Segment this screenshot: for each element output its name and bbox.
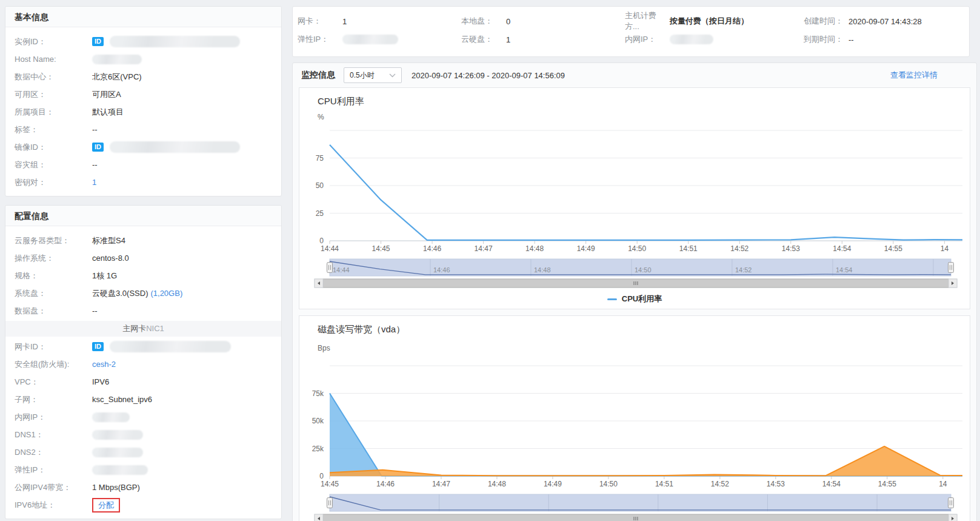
info-row: 安全组(防火墙):cesh-2	[15, 355, 272, 373]
info-value: IPV6	[92, 377, 109, 386]
navigator-label: 14:46	[433, 266, 450, 274]
x-tick-label: 14:52	[730, 244, 748, 253]
summary-link[interactable]: 1	[342, 17, 347, 26]
summary-cell: 创建时间：2020-09-07 14:43:28	[804, 16, 964, 27]
info-link[interactable]: 分配	[98, 500, 114, 509]
x-tick-label: 14:47	[432, 480, 450, 488]
orange-series-area	[330, 446, 962, 476]
monitor-title: 监控信息	[301, 70, 335, 81]
info-row: 弹性IP：	[15, 461, 272, 479]
redacted-value	[92, 465, 148, 475]
x-tick-label: 14:55	[878, 480, 896, 488]
info-label: 操作系统：	[15, 253, 92, 264]
info-row: 云服务器类型：标准型S4	[15, 232, 272, 249]
y-tick-label: 0	[319, 472, 324, 480]
basic-info-title: 基本信息	[5, 7, 281, 27]
info-link[interactable]: 1	[92, 178, 96, 187]
x-tick-label: 14:50	[628, 244, 646, 253]
info-row: 镜像ID：ID	[15, 138, 272, 156]
summary-label: 创建时间：	[804, 16, 848, 27]
info-row: 数据盘：--	[15, 302, 272, 320]
info-link[interactable]: cesh-2	[92, 360, 116, 369]
y-tick-label: 50	[316, 181, 324, 190]
info-label: 数据中心：	[15, 72, 92, 82]
info-row: 实例ID：ID	[15, 33, 272, 50]
info-label: 弹性IP：	[15, 465, 92, 476]
x-tick-label: 14:50	[599, 480, 618, 488]
navigator-left-handle[interactable]	[327, 498, 333, 508]
summary-cell: 内网IP：	[625, 34, 804, 45]
summary-cell: 主机计费方...按量付费（按日月结）	[625, 16, 804, 27]
y-axis-unit: %	[318, 113, 324, 121]
summary-label: 到期时间：	[804, 34, 848, 45]
info-row: 系统盘：云硬盘3.0(SSD)(1,20GB)	[15, 284, 272, 302]
info-row: 密钥对：1	[15, 173, 272, 191]
id-badge: ID	[92, 37, 104, 46]
x-tick-label: 14:48	[488, 480, 506, 488]
x-tick-label: 14:46	[423, 244, 441, 253]
summary-link[interactable]: 1	[506, 35, 510, 44]
series-line	[330, 145, 962, 240]
info-row: 容灾组：--	[15, 156, 272, 173]
info-row: DNS2：	[15, 443, 272, 461]
time-range-value: 0.5小时	[350, 70, 375, 81]
basic-info-card: 基本信息 实例ID：IDHost Name:数据中心：北京6区(VPC)可用区：…	[5, 6, 282, 197]
info-row: VPC：IPV6	[15, 373, 272, 391]
info-label: DNS2：	[15, 447, 92, 458]
navigator-track[interactable]	[330, 494, 951, 511]
info-row: Host Name:	[15, 50, 272, 68]
info-value: 1 Mbps(BGP)	[92, 483, 140, 492]
legend-label[interactable]: CPU利用率	[622, 294, 662, 304]
navigator-left-handle[interactable]	[327, 263, 333, 273]
info-label: 标签：	[15, 124, 92, 135]
id-badge: ID	[92, 143, 104, 152]
x-tick-label: 14:54	[822, 480, 841, 488]
info-label: 云服务器类型：	[15, 235, 92, 246]
info-value: centos-8.0	[92, 254, 129, 263]
info-value: --	[92, 125, 98, 134]
x-tick-label: 14:52	[711, 480, 729, 488]
info-value: 可用区A	[92, 89, 121, 100]
config-info-rows: 云服务器类型：标准型S4操作系统：centos-8.0规格：1核 1G系统盘：云…	[5, 226, 281, 519]
summary-cell: 网卡：1	[298, 16, 461, 27]
x-tick-label: 14:51	[679, 244, 698, 253]
x-tick-label: 14	[939, 480, 947, 488]
view-monitor-details-link[interactable]: 查看监控详情	[890, 70, 968, 81]
redacted-value	[92, 448, 143, 457]
disk-chart-card: 磁盘读写带宽（vda） Bps025k50k75k14:4514:4614:47…	[299, 315, 970, 521]
x-tick-label: 14:44	[321, 244, 339, 253]
redacted-value	[92, 412, 130, 422]
summary-label: 云硬盘：	[461, 34, 506, 45]
summary-label: 网卡：	[298, 16, 342, 27]
x-tick-label: 14:53	[782, 244, 800, 253]
basic-info-rows: 实例ID：IDHost Name:数据中心：北京6区(VPC)可用区：可用区A所…	[5, 27, 281, 196]
y-tick-label: 0	[319, 237, 324, 245]
time-range-select[interactable]: 0.5小时	[344, 67, 402, 83]
redacted-value	[92, 430, 143, 440]
x-tick-label: 14:55	[884, 244, 902, 253]
summary-cell: 到期时间：--	[804, 34, 964, 45]
summary-cell: 本地盘：0	[461, 16, 625, 27]
info-label: 容灾组：	[15, 160, 92, 170]
summary-value: 按量付费（按日月结）	[670, 16, 748, 27]
info-link[interactable]: (1,20GB)	[150, 289, 182, 298]
nic-subheader: 主网卡NIC1	[5, 321, 281, 337]
redacted-value	[670, 35, 713, 44]
info-row: 操作系统：centos-8.0	[15, 249, 272, 267]
info-value: 云硬盘3.0(SSD)	[92, 288, 148, 299]
redacted-value	[110, 141, 240, 153]
summary-label: 弹性IP：	[298, 34, 342, 45]
id-badge: ID	[92, 342, 104, 351]
x-tick-label: 14:47	[475, 244, 493, 253]
redacted-value	[110, 36, 240, 47]
navigator-right-handle[interactable]	[948, 263, 954, 273]
monitor-date-range: 2020-09-07 14:26:09 - 2020-09-07 14:56:0…	[412, 71, 565, 80]
config-info-card: 配置信息 云服务器类型：标准型S4操作系统：centos-8.0规格：1核 1G…	[5, 205, 282, 519]
info-label: VPC：	[15, 377, 92, 388]
navigator-right-handle[interactable]	[948, 498, 954, 508]
y-tick-label: 75	[316, 154, 324, 163]
redacted-value	[92, 55, 142, 64]
info-row: 数据中心：北京6区(VPC)	[15, 68, 272, 86]
x-tick-label: 14:48	[525, 244, 544, 253]
info-row: DNS1：	[15, 426, 272, 443]
